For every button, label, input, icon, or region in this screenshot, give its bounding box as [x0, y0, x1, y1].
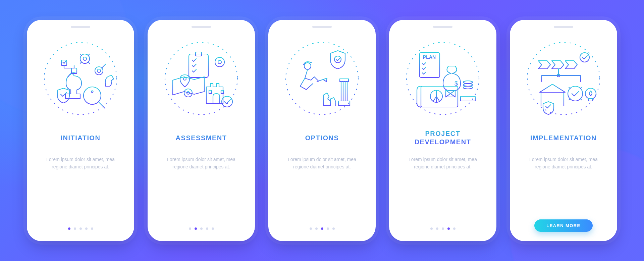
svg-line-14	[80, 62, 82, 63]
screen-title: IMPLEMENTATION	[530, 129, 597, 147]
screen-desc: Lorem ipsum dolor sit amet, mea regione …	[161, 156, 241, 170]
svg-text:PLAN: PLAN	[423, 54, 436, 60]
dot-2[interactable]	[74, 227, 76, 230]
svg-rect-38	[209, 90, 212, 94]
screen-title: PROJECT DEVELOPMENT	[399, 129, 486, 147]
dot-5[interactable]	[332, 227, 335, 230]
svg-rect-45	[340, 79, 348, 82]
dot-5[interactable]	[91, 227, 93, 230]
dot-1[interactable]	[310, 227, 312, 230]
dot-3[interactable]	[79, 227, 82, 230]
project-dev-icon: PLAN $	[404, 40, 481, 117]
svg-point-42	[334, 56, 341, 63]
dot-1[interactable]	[430, 227, 433, 230]
svg-point-43	[304, 63, 311, 69]
svg-point-54	[463, 86, 473, 89]
svg-line-80	[569, 87, 570, 89]
dot-5[interactable]	[212, 227, 214, 230]
svg-point-3	[92, 91, 93, 93]
svg-line-12	[88, 62, 90, 63]
svg-point-56	[463, 81, 473, 84]
svg-line-81	[580, 99, 582, 100]
svg-point-28	[218, 60, 221, 64]
svg-point-18	[97, 69, 101, 72]
dot-2[interactable]	[315, 227, 318, 230]
svg-rect-22	[189, 54, 208, 77]
dot-3[interactable]	[200, 227, 203, 230]
svg-line-2	[99, 102, 105, 108]
svg-point-47	[407, 42, 479, 115]
page-dots	[430, 227, 455, 232]
implementation-icon	[525, 40, 602, 117]
screen-title: OPTIONS	[305, 129, 339, 147]
page-dots	[310, 227, 335, 232]
onboarding-screen-1: INITIATION Lorem ipsum dolor sit amet, m…	[27, 20, 134, 241]
screen-desc: Lorem ipsum dolor sit amet, mea regione …	[523, 156, 604, 170]
svg-point-68	[580, 53, 589, 62]
page-dots	[189, 227, 214, 232]
svg-point-84	[585, 88, 596, 99]
learn-more-button[interactable]: LEARN MORE	[534, 219, 592, 232]
svg-line-13	[88, 54, 90, 55]
dot-4[interactable]	[85, 227, 88, 230]
dot-2[interactable]	[195, 227, 197, 230]
screen-desc: Lorem ipsum dolor sit amet, mea regione …	[40, 156, 121, 170]
page-dots	[68, 227, 93, 232]
svg-line-83	[569, 99, 570, 100]
dot-1[interactable]	[68, 227, 70, 230]
dot-3[interactable]	[442, 227, 444, 230]
svg-point-55	[463, 84, 473, 86]
initiation-icon	[42, 40, 119, 117]
assessment-icon	[163, 40, 240, 117]
onboarding-screen-4: PLAN $ PROJECT DEVELOPMENT Lorem ipsum d…	[389, 20, 496, 241]
onboarding-screen-3: OPTIONS Lorem ipsum dolor sit amet, mea …	[268, 20, 376, 241]
screen-desc: Lorem ipsum dolor sit amet, mea regione …	[402, 156, 483, 170]
dot-4[interactable]	[206, 227, 208, 230]
dot-4[interactable]	[327, 227, 329, 230]
dot-5[interactable]	[453, 227, 455, 230]
screen-desc: Lorem ipsum dolor sit amet, mea regione …	[282, 156, 362, 170]
dot-2[interactable]	[436, 227, 438, 230]
dot-4[interactable]	[447, 227, 450, 230]
svg-point-27	[215, 57, 224, 67]
svg-point-6	[83, 57, 87, 60]
svg-line-82	[580, 87, 582, 89]
dot-3[interactable]	[321, 227, 323, 230]
svg-line-19	[102, 64, 106, 68]
dot-1[interactable]	[189, 227, 191, 230]
screen-title: ASSESSMENT	[176, 129, 227, 147]
options-icon	[283, 40, 361, 117]
onboarding-screen-2: ASSESSMENT Lorem ipsum dolor sit amet, m…	[148, 20, 255, 241]
screen-title: INITIATION	[60, 129, 100, 147]
svg-line-11	[80, 54, 82, 55]
onboarding-screen-5: IMPLEMENTATION Lorem ipsum dolor sit ame…	[510, 20, 617, 241]
